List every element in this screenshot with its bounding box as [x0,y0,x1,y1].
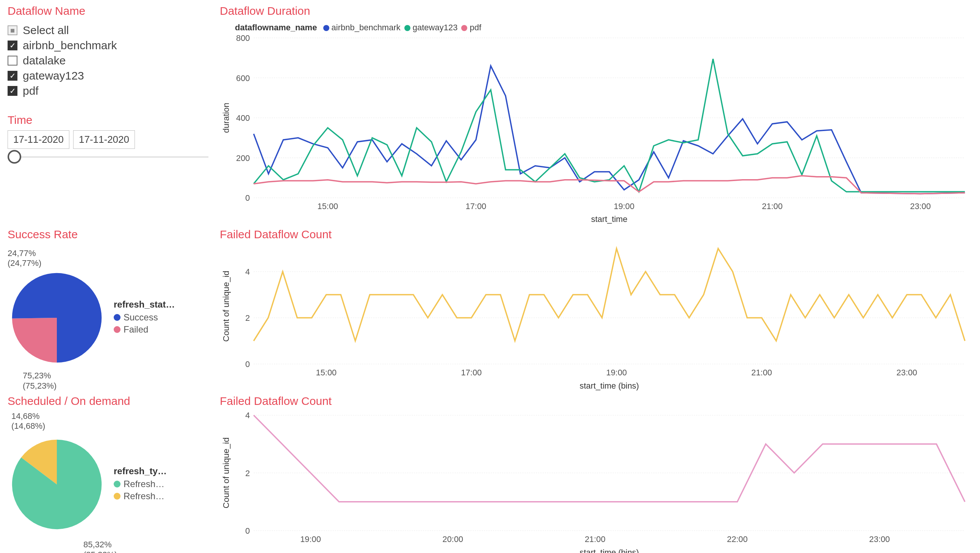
svg-text:600: 600 [236,73,250,83]
duration-legend: dataflowname_name airbnb_benchmarkgatewa… [235,23,972,33]
pie-label-failed: 24,77%(24,77%) [8,248,41,269]
checkbox-icon: ✓ [8,41,18,50]
svg-text:19:00: 19:00 [606,368,627,377]
duration-chart[interactable]: 020040060080015:0017:0019:0021:0023:00st… [220,34,972,225]
svg-text:15:00: 15:00 [318,202,339,211]
checkbox-pdf[interactable]: ✓pdf [8,83,208,99]
svg-text:22:00: 22:00 [727,534,748,544]
legend-item-airbnb_benchmark[interactable]: airbnb_benchmark [323,23,401,32]
pie-title-schedule: Scheduled / On demand [8,395,208,408]
pie-label-ondemand: 14,68%(14,68%) [11,412,45,431]
svg-text:4: 4 [245,267,250,276]
legend-item[interactable]: Failed [114,324,175,335]
svg-text:200: 200 [236,153,250,163]
legend-item-pdf[interactable]: pdf [461,23,481,32]
legend-item[interactable]: Refresh… [114,491,167,502]
checkbox-airbnb_benchmark[interactable]: ✓airbnb_benchmark [8,38,208,53]
svg-text:start_time: start_time [591,215,628,224]
failed1-chart[interactable]: 02415:0017:0019:0021:0023:00start_time (… [220,245,972,391]
svg-text:0: 0 [245,193,250,203]
time-slider[interactable] [8,156,208,157]
checkbox-icon: ✓ [8,71,18,81]
svg-text:17:00: 17:00 [466,202,487,211]
duration-chart-panel: Dataflow Duration dataflowname_name airb… [220,5,972,224]
legend-item[interactable]: Success [114,312,175,323]
series-airbnb_benchmark[interactable] [253,66,965,194]
failed1-chart-panel: Failed Dataflow Count 02415:0017:0019:00… [220,228,972,391]
series-failed[interactable] [253,248,965,341]
checkbox-select-all[interactable]: ■ Select all [8,23,208,38]
checkbox-label: Select all [23,24,69,37]
svg-text:21:00: 21:00 [762,202,783,211]
svg-text:2: 2 [245,468,250,478]
checkbox-label: pdf [23,84,39,97]
success-legend: refresh_stat… SuccessFailed [114,299,175,336]
svg-text:4: 4 [245,412,250,420]
time-title: Time [8,114,208,127]
svg-text:Count of unique_id: Count of unique_id [221,437,231,508]
date-to-input[interactable]: 17-11-2020 [73,130,135,149]
dataflow-checklist: ■ Select all ✓airbnb_benchmarkdatalake✓g… [8,23,208,99]
chart-title-failed2: Failed Dataflow Count [220,395,972,408]
pie-slice[interactable] [12,318,57,362]
checkbox-icon [8,56,18,65]
svg-text:2: 2 [245,313,250,323]
chart-title-failed1: Failed Dataflow Count [220,228,972,241]
failed2-chart-panel: Failed Dataflow Count 02419:0020:0021:00… [220,395,972,553]
filter-title: Dataflow Name [8,5,208,17]
svg-text:start_time (bins): start_time (bins) [580,548,639,553]
svg-text:21:00: 21:00 [585,534,606,544]
svg-text:800: 800 [236,34,250,43]
series-pdf[interactable] [253,176,965,194]
svg-text:0: 0 [245,526,250,536]
svg-text:23:00: 23:00 [897,368,918,377]
svg-text:19:00: 19:00 [614,202,635,211]
svg-text:0: 0 [245,359,250,369]
filters-panel: Dataflow Name ■ Select all ✓airbnb_bench… [8,5,208,224]
svg-text:400: 400 [236,113,250,123]
svg-text:duration: duration [221,103,231,133]
schedule-legend: refresh_ty… Refresh…Refresh… [114,466,167,503]
svg-text:15:00: 15:00 [316,368,337,377]
time-filter: Time 17-11-2020 17-11-2020 [8,114,208,157]
slider-thumb-icon[interactable] [8,150,21,164]
schedule-pie-chart[interactable] [8,435,106,534]
checkbox-icon: ✓ [8,86,18,96]
pie-label-scheduled: 85,32%(85,32%) [83,540,117,553]
pie-title-success: Success Rate [8,228,208,241]
checkbox-gateway123[interactable]: ✓gateway123 [8,68,208,83]
success-pie-chart[interactable] [8,269,106,367]
svg-text:23:00: 23:00 [869,534,890,544]
svg-text:start_time (bins): start_time (bins) [580,381,639,391]
chart-title-duration: Dataflow Duration [220,5,972,17]
success-pie-panel: Success Rate 24,77%(24,77%) 75,23%(75,23… [8,228,208,391]
svg-text:19:00: 19:00 [300,534,321,544]
date-from-input[interactable]: 17-11-2020 [8,130,69,149]
checkbox-label: gateway123 [23,69,84,82]
checkbox-datalake[interactable]: datalake [8,53,208,68]
checkbox-label: airbnb_benchmark [23,39,117,52]
pie-label-success: 75,23%(75,23%) [23,371,56,391]
checkbox-label: datalake [23,54,65,67]
failed2-chart[interactable]: 02419:0020:0021:0022:0023:00start_time (… [220,412,972,553]
svg-text:17:00: 17:00 [461,368,482,377]
checkbox-icon: ■ [8,25,18,35]
svg-text:23:00: 23:00 [910,202,931,211]
series-failed2[interactable] [253,415,965,502]
legend-item[interactable]: Refresh… [114,479,167,489]
schedule-pie-panel: Scheduled / On demand 14,68%(14,68%) 85,… [8,395,208,553]
svg-text:21:00: 21:00 [751,368,772,377]
svg-text:20:00: 20:00 [442,534,463,544]
legend-item-gateway123[interactable]: gateway123 [404,23,458,32]
svg-text:Count of unique_id: Count of unique_id [221,271,231,342]
